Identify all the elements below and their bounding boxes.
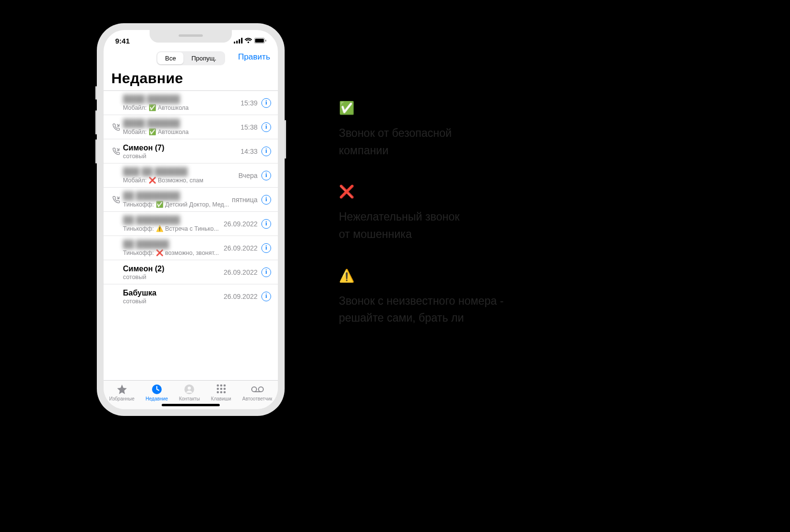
call-name: ██ ████████: [123, 215, 224, 225]
svg-point-15: [223, 388, 226, 390]
info-button[interactable]: i: [261, 267, 271, 277]
power-button[interactable]: [285, 120, 286, 159]
screen: 9:41 Все Пропущ. Править Недавние ████ █…: [104, 30, 278, 409]
svg-point-9: [188, 386, 191, 390]
info-button[interactable]: i: [261, 171, 271, 180]
legend-text: Нежелательный звонок от мошенника: [339, 208, 591, 243]
volume-up[interactable]: [95, 110, 97, 134]
call-subtitle: сотовый: [123, 274, 224, 281]
call-time: 14:33: [241, 148, 261, 155]
status-indicators: [234, 38, 266, 44]
info-button[interactable]: i: [261, 195, 271, 205]
svg-rect-6: [265, 40, 266, 42]
call-subtitle: сотовый: [123, 298, 224, 305]
tab-contacts[interactable]: Контакты: [179, 384, 200, 401]
legend-text: Звонок от безопасной компании: [339, 125, 591, 159]
info-icon: i: [261, 219, 271, 229]
info-button[interactable]: i: [261, 147, 271, 156]
cross-icon: ❌: [339, 185, 591, 198]
svg-rect-1: [236, 41, 238, 44]
tab-recents[interactable]: Недавние: [146, 384, 168, 401]
svg-point-13: [216, 388, 219, 390]
info-button[interactable]: i: [261, 292, 271, 301]
person-icon: [183, 384, 195, 395]
call-row[interactable]: Симеон (2) сотовый 26.09.2022 i: [104, 260, 278, 284]
svg-rect-3: [241, 38, 243, 44]
info-button[interactable]: i: [261, 219, 271, 229]
info-icon: i: [261, 171, 271, 180]
seg-all[interactable]: Все: [157, 52, 183, 64]
svg-point-17: [220, 391, 222, 394]
info-button[interactable]: i: [261, 122, 271, 132]
keypad-icon: [215, 384, 227, 395]
call-subtitle: Тинькофф: ✅ Детский Доктор, Мед...: [123, 201, 232, 208]
call-row[interactable]: Симеон (7) сотовый 14:33 i: [104, 139, 278, 163]
call-subtitle: Тинькофф: ⚠️ Встреча с Тинько...: [123, 225, 224, 232]
call-row[interactable]: ████ ██████ Мобайл: ✅ Автошкола 15:38 i: [104, 115, 278, 139]
outgoing-call-icon: [111, 123, 121, 131]
call-subtitle: сотовый: [123, 153, 241, 160]
svg-point-11: [220, 384, 222, 387]
tab-favorites[interactable]: Избранные: [109, 384, 134, 401]
svg-rect-0: [234, 42, 235, 44]
legend-ok: ✅ Звонок от безопасной компании: [339, 102, 591, 159]
call-time: Вчера: [238, 172, 261, 179]
star-icon: [116, 384, 128, 395]
call-time: 15:39: [241, 99, 261, 107]
info-icon: i: [261, 195, 271, 205]
call-subtitle: Мобайл: ❌ Возможно, спам: [123, 177, 238, 184]
svg-point-19: [252, 387, 257, 392]
wifi-icon: [244, 38, 252, 44]
call-name: Симеон (2): [123, 264, 224, 274]
battery-icon: [254, 38, 266, 44]
legend-warn: ⚠️ Звонок с неизвестного номера - решайт…: [339, 269, 591, 327]
svg-rect-2: [239, 39, 240, 44]
call-name: ████ ██████: [123, 118, 241, 128]
legend-text: Звонок с неизвестного номера - решайте с…: [339, 293, 591, 327]
call-name: ██ ████████: [123, 191, 232, 201]
home-indicator[interactable]: [162, 404, 220, 406]
legend: ✅ Звонок от безопасной компании ❌ Нежела…: [339, 102, 591, 353]
call-name: ██ ██████: [123, 239, 224, 249]
call-row[interactable]: ██ ████████ Тинькофф: ⚠️ Встреча с Тиньк…: [104, 211, 278, 236]
call-row[interactable]: ██ ██████ Тинькофф: ❌ возможно, звонят..…: [104, 236, 278, 260]
info-button[interactable]: i: [261, 98, 271, 108]
cellular-icon: [234, 38, 243, 44]
volume-down[interactable]: [95, 139, 97, 163]
call-subtitle: Мобайл: ✅ Автошкола: [123, 104, 241, 111]
svg-point-10: [216, 384, 219, 387]
call-name: ████ ██████: [123, 94, 241, 104]
mute-switch[interactable]: [95, 86, 97, 100]
call-name: Симеон (7): [123, 143, 241, 153]
call-time: 26.09.2022: [224, 220, 261, 228]
call-time: 26.09.2022: [224, 244, 261, 252]
tab-label: Клавиши: [211, 396, 231, 401]
tab-label: Контакты: [179, 396, 200, 401]
topbar: Все Пропущ. Править: [104, 51, 278, 68]
tab-label: Недавние: [146, 396, 168, 401]
svg-point-12: [223, 384, 226, 387]
info-icon: i: [261, 267, 271, 277]
warning-icon: ⚠️: [339, 269, 591, 282]
call-row[interactable]: Бабушка сотовый 26.09.2022 i: [104, 284, 278, 308]
call-list: ████ ██████ Мобайл: ✅ Автошкола 15:39 i …: [104, 90, 278, 380]
notch: [150, 30, 232, 43]
call-row[interactable]: ████ ██████ Мобайл: ✅ Автошкола 15:39 i: [104, 90, 278, 115]
tab-voicemail[interactable]: Автоответчик: [243, 384, 273, 401]
clock-icon: [151, 384, 163, 395]
svg-point-14: [220, 388, 222, 390]
info-icon: i: [261, 243, 271, 253]
info-button[interactable]: i: [261, 243, 271, 253]
call-row[interactable]: ██ ████████ Тинькофф: ✅ Детский Доктор, …: [104, 187, 278, 211]
edit-button[interactable]: Править: [238, 52, 270, 62]
svg-rect-5: [255, 39, 264, 43]
call-time: 15:38: [241, 123, 261, 131]
outgoing-call-icon: [111, 148, 121, 155]
call-name: Бабушка: [123, 288, 224, 298]
call-time: пятница: [232, 196, 261, 204]
tab-keypad[interactable]: Клавиши: [211, 384, 231, 401]
call-row[interactable]: ███ ██ ██████ Мобайл: ❌ Возможно, спам В…: [104, 163, 278, 187]
svg-point-20: [258, 387, 263, 392]
svg-point-16: [216, 391, 219, 394]
seg-missed[interactable]: Пропущ.: [183, 52, 224, 64]
